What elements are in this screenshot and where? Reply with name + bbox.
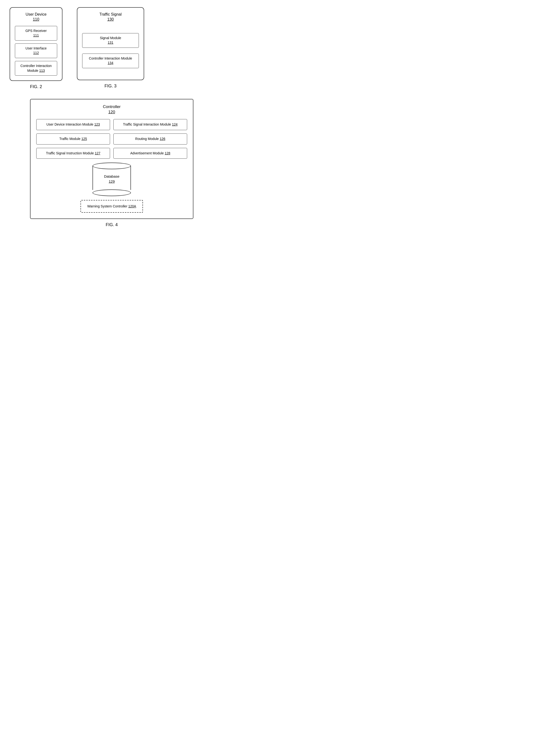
traffic-module-ref: 125 xyxy=(81,137,87,141)
fig3-label: FIG. 3 xyxy=(104,84,117,89)
fig4-outer-box: Controller 120 User Device Interaction M… xyxy=(30,99,194,219)
routing-module-label: Routing Module xyxy=(135,137,159,141)
user-device-interaction-ref: 123 xyxy=(94,122,100,126)
fig3-title: Traffic Signal 130 xyxy=(82,12,139,22)
database-text: Database xyxy=(104,174,119,178)
fig2-title: User Device 110 xyxy=(15,12,57,22)
warning-system-box: Warning System Controller 120A xyxy=(80,200,143,213)
signal-module-box: Signal Module 131 xyxy=(82,33,139,48)
fig3-title-text: Traffic Signal xyxy=(99,12,122,16)
fig3-outer-box: Traffic Signal 130 Signal Module 131 Con… xyxy=(77,7,144,80)
cylinder-body: Database 129 xyxy=(93,166,131,190)
database-container: Database 129 xyxy=(36,163,187,196)
traffic-signal-instruction-ref: 127 xyxy=(95,151,100,155)
modules-grid: User Device Interaction Module 123 Traff… xyxy=(36,119,187,159)
fig2-outer-box: User Device 110 GPS Receiver 111 User In… xyxy=(9,7,62,81)
user-device-interaction-label: User Device Interaction Module xyxy=(46,122,93,126)
routing-module-box: Routing Module 126 xyxy=(114,133,187,145)
cylinder-top xyxy=(93,163,131,169)
fig2-section: User Device 110 GPS Receiver 111 User In… xyxy=(9,7,62,89)
traffic-module-label: Traffic Module xyxy=(59,137,80,141)
controller-interaction-label-134: Controller Interaction Module xyxy=(89,57,132,60)
cylinder-bottom xyxy=(93,189,131,196)
fig4-title: Controller 120 xyxy=(36,104,187,115)
signal-module-label: Signal Module xyxy=(100,36,121,40)
fig2-title-ref: 110 xyxy=(33,17,39,21)
database-ref: 129 xyxy=(108,179,115,184)
routing-module-ref: 126 xyxy=(160,137,165,141)
traffic-signal-interaction-box: Traffic Signal Interaction Module 124 xyxy=(114,119,187,130)
traffic-module-box: Traffic Module 125 xyxy=(36,133,110,145)
fig4-section: Controller 120 User Device Interaction M… xyxy=(9,99,214,227)
fig2-label: FIG. 2 xyxy=(30,84,42,89)
signal-module-ref: 131 xyxy=(108,41,113,44)
user-interface-label: User Interface xyxy=(25,46,46,50)
database-label: Database 129 xyxy=(104,174,119,184)
fig2-title-text: User Device xyxy=(25,12,46,16)
controller-interaction-box-113: Controller Interaction Module 113 xyxy=(15,61,57,76)
gps-receiver-label: GPS Receiver xyxy=(25,29,47,33)
fig4-title-ref: 120 xyxy=(108,110,115,114)
controller-interaction-ref-134: 134 xyxy=(108,61,113,65)
page-container: User Device 110 GPS Receiver 111 User In… xyxy=(9,7,214,227)
fig4-label: FIG. 4 xyxy=(106,222,118,227)
database-cylinder: Database 129 xyxy=(93,163,131,196)
advertisement-module-box: Advertisement Module 128 xyxy=(114,148,187,159)
controller-interaction-ref-113: 113 xyxy=(39,69,45,72)
user-interface-box: User Interface 112 xyxy=(15,43,57,58)
fig3-section: Traffic Signal 130 Signal Module 131 Con… xyxy=(77,7,144,89)
warning-ref: 120A xyxy=(128,204,136,208)
advertisement-module-ref: 128 xyxy=(164,151,170,155)
controller-interaction-label-113: Controller Interaction Module xyxy=(20,64,52,72)
traffic-signal-instruction-box: Traffic Signal Instruction Module 127 xyxy=(36,148,110,159)
fig3-title-ref: 130 xyxy=(107,17,114,21)
traffic-signal-interaction-ref: 124 xyxy=(172,122,178,126)
gps-receiver-ref: 111 xyxy=(33,34,39,37)
advertisement-module-label: Advertisement Module xyxy=(130,151,164,155)
user-device-interaction-box: User Device Interaction Module 123 xyxy=(36,119,110,130)
user-interface-ref: 112 xyxy=(33,51,39,55)
fig4-title-text: Controller xyxy=(103,104,121,109)
warning-label: Warning System Controller xyxy=(87,204,127,208)
controller-interaction-box-134: Controller Interaction Module 134 xyxy=(82,54,139,68)
gps-receiver-box: GPS Receiver 111 xyxy=(15,26,57,41)
top-row: User Device 110 GPS Receiver 111 User In… xyxy=(9,7,214,89)
traffic-signal-interaction-label: Traffic Signal Interaction Module xyxy=(123,122,171,126)
traffic-signal-instruction-label: Traffic Signal Instruction Module xyxy=(46,151,94,155)
